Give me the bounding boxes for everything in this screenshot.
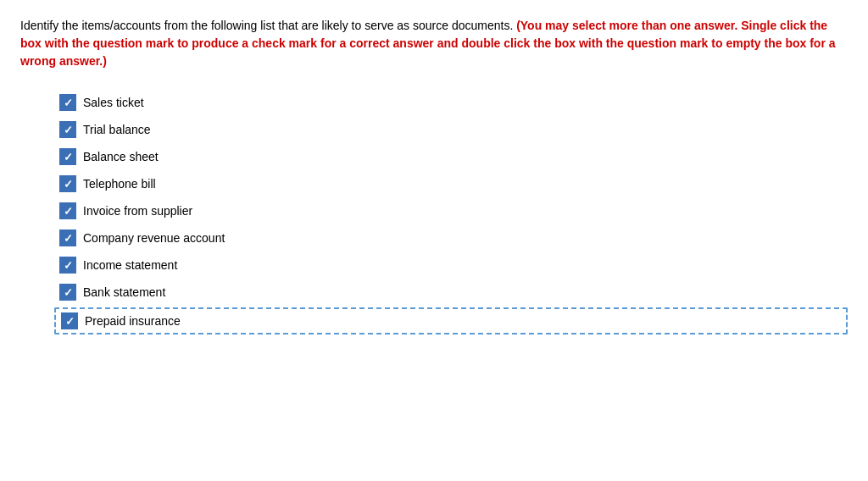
option-label-invoice-from-supplier: Invoice from supplier [83,204,192,218]
checkmark-icon: ✓ [64,206,73,217]
checkbox-bank-statement[interactable]: ✓ [59,284,76,301]
option-label-trial-balance: Trial balance [83,123,151,136]
checkmark-icon: ✓ [64,97,73,108]
options-list: ✓Sales ticket✓Trial balance✓Balance shee… [20,91,848,334]
option-label-telephone-bill: Telephone bill [83,177,156,191]
instruction-block: Identify the items/accounts from the fol… [20,17,848,70]
checkmark-icon: ✓ [64,152,73,163]
option-item-trial-balance[interactable]: ✓Trial balance [54,118,848,141]
checkmark-icon: ✓ [64,233,73,244]
option-label-prepaid-insurance: Prepaid insurance [85,314,181,328]
option-label-sales-ticket: Sales ticket [83,96,144,109]
option-label-balance-sheet: Balance sheet [83,150,159,163]
checkbox-income-statement[interactable]: ✓ [59,257,76,274]
option-item-bank-statement[interactable]: ✓Bank statement [54,280,848,304]
option-item-invoice-from-supplier[interactable]: ✓Invoice from supplier [54,199,848,223]
checkbox-company-revenue-account[interactable]: ✓ [59,229,76,246]
option-label-income-statement: Income statement [83,258,177,272]
checkmark-icon: ✓ [64,260,73,271]
option-item-income-statement[interactable]: ✓Income statement [54,253,848,277]
checkbox-telephone-bill[interactable]: ✓ [59,175,76,192]
option-label-bank-statement: Bank statement [83,285,165,299]
checkmark-icon: ✓ [64,179,73,190]
checkbox-sales-ticket[interactable]: ✓ [59,94,76,111]
checkmark-icon: ✓ [65,316,75,327]
option-item-telephone-bill[interactable]: ✓Telephone bill [54,172,848,196]
option-item-sales-ticket[interactable]: ✓Sales ticket [54,91,848,114]
checkmark-icon: ✓ [64,287,73,298]
option-item-company-revenue-account[interactable]: ✓Company revenue account [54,226,848,250]
checkmark-icon: ✓ [64,124,73,135]
option-item-prepaid-insurance[interactable]: ✓Prepaid insurance [54,307,848,334]
checkbox-invoice-from-supplier[interactable]: ✓ [59,202,76,219]
checkbox-trial-balance[interactable]: ✓ [59,121,76,138]
instruction-plain: Identify the items/accounts from the fol… [20,19,516,32]
option-item-balance-sheet[interactable]: ✓Balance sheet [54,145,848,169]
checkbox-balance-sheet[interactable]: ✓ [59,148,76,165]
option-label-company-revenue-account: Company revenue account [83,231,225,245]
checkbox-prepaid-insurance[interactable]: ✓ [61,312,78,329]
